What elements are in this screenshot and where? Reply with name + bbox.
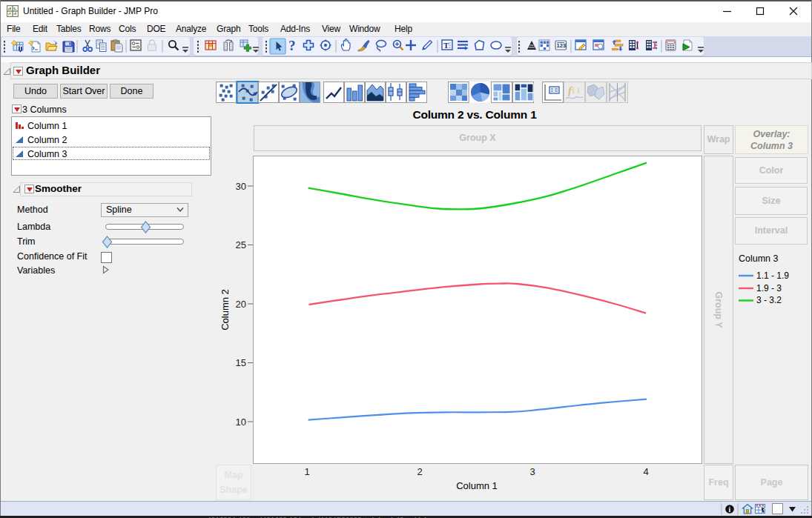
svg-text:i: i (728, 506, 730, 514)
svg-text:( ): ( ) (572, 86, 579, 95)
svg-text:?: ? (288, 38, 296, 53)
svg-text:123: 123 (557, 42, 567, 49)
